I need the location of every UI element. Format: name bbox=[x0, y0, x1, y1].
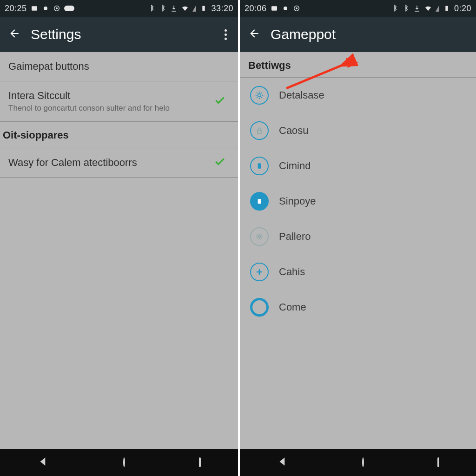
row-title: Wasy for Calem atectiboorrs bbox=[8, 157, 230, 169]
nav-bar bbox=[0, 449, 238, 476]
row-title: Gaimepat buttons bbox=[8, 60, 230, 73]
overflow-menu-icon[interactable] bbox=[222, 26, 230, 43]
download-icon bbox=[170, 5, 178, 12]
screenshot-left: 20:25 33:20 Settings Gai bbox=[0, 0, 238, 476]
lock-icon bbox=[250, 121, 269, 140]
settings-list: Gaimepat buttons Intera Sitccult Thenol … bbox=[0, 52, 238, 449]
status-clock-right: 0:20 bbox=[454, 4, 471, 13]
bluetooth-icon-2 bbox=[402, 5, 410, 12]
svg-rect-4 bbox=[203, 6, 205, 11]
page-title: Settings bbox=[31, 26, 81, 42]
item-label: Cahis bbox=[279, 266, 305, 278]
nav-home-icon[interactable] bbox=[123, 458, 125, 467]
list-item-pallero[interactable]: Pallero bbox=[240, 219, 476, 254]
svg-point-8 bbox=[296, 7, 298, 9]
settings-row-intera[interactable]: Intera Sitccult Thenol to goncartut cons… bbox=[0, 81, 238, 122]
row-title: Intera Sitccult bbox=[8, 90, 230, 102]
svg-point-17 bbox=[258, 236, 260, 237]
status-clock: 20:06 bbox=[245, 4, 267, 13]
nav-recents-icon[interactable] bbox=[199, 458, 201, 467]
status-clock-right: 33:20 bbox=[211, 4, 233, 13]
battery-icon bbox=[443, 5, 450, 12]
item-label: Caosu bbox=[279, 125, 309, 137]
settings-row-gamepad-buttons[interactable]: Gaimepat buttons bbox=[0, 52, 238, 81]
section-header-bettiwgs: Bettiwgs bbox=[240, 52, 476, 78]
bluetooth-icon-2 bbox=[159, 5, 166, 12]
nav-bar bbox=[240, 449, 476, 476]
status-bar: 20:06 0:20 bbox=[240, 0, 476, 17]
list-item-cahis[interactable]: Cahis bbox=[240, 254, 476, 290]
wifi-icon bbox=[181, 5, 189, 12]
row-subtitle: Thenol to goncartut conson sulter and fo… bbox=[8, 104, 230, 113]
section-label: Bettiwgs bbox=[248, 60, 291, 71]
target-icon bbox=[293, 5, 300, 12]
svg-rect-15 bbox=[258, 200, 259, 200]
svg-point-1 bbox=[44, 7, 47, 10]
status-bar: 20:25 33:20 bbox=[0, 0, 238, 17]
svg-point-11 bbox=[258, 94, 261, 97]
gamepot-list: Bettiwgs Detalsase Caosu Cimind bbox=[240, 52, 476, 449]
svg-rect-12 bbox=[258, 130, 261, 133]
tag-icon bbox=[250, 157, 269, 175]
camera-icon bbox=[42, 5, 49, 12]
page-title: Gameppot bbox=[271, 26, 336, 42]
back-icon[interactable] bbox=[8, 27, 20, 41]
svg-point-3 bbox=[56, 7, 58, 9]
svg-rect-5 bbox=[271, 6, 277, 10]
nav-home-icon[interactable] bbox=[362, 458, 364, 467]
building-icon bbox=[250, 192, 269, 211]
card-icon bbox=[271, 5, 278, 12]
svg-rect-13 bbox=[258, 163, 261, 169]
app-bar: Gameppot bbox=[240, 17, 476, 52]
camera-icon bbox=[282, 5, 289, 12]
signal-icon bbox=[436, 5, 439, 12]
list-item-come[interactable]: Come bbox=[240, 290, 476, 325]
svg-rect-16 bbox=[260, 200, 260, 200]
nav-back-icon[interactable] bbox=[37, 456, 49, 469]
svg-rect-14 bbox=[258, 199, 261, 204]
list-item-cimind[interactable]: Cimind bbox=[240, 148, 476, 184]
screenshot-right: 20:06 0:20 Gameppot Bettiwgs bbox=[238, 0, 476, 476]
list-item-sinpoye[interactable]: Sinpoye bbox=[240, 184, 476, 219]
wifi-icon bbox=[424, 5, 432, 12]
plus-icon bbox=[250, 263, 269, 281]
bluetooth-icon bbox=[148, 5, 155, 12]
battery-icon bbox=[200, 5, 207, 12]
section-header-oit: Oit-sioppares bbox=[0, 122, 238, 148]
item-label: Sinpoye bbox=[279, 195, 316, 207]
nav-back-icon[interactable] bbox=[277, 456, 289, 469]
status-clock: 20:25 bbox=[5, 4, 27, 13]
svg-rect-9 bbox=[445, 6, 448, 11]
item-label: Detalsase bbox=[279, 89, 324, 101]
nav-recents-icon[interactable] bbox=[437, 458, 439, 467]
check-icon bbox=[214, 156, 226, 170]
item-label: Cimind bbox=[279, 160, 311, 172]
target-icon bbox=[53, 5, 60, 12]
settings-row-wasy[interactable]: Wasy for Calem atectiboorrs bbox=[0, 148, 238, 178]
check-icon bbox=[214, 94, 226, 108]
pill-icon bbox=[64, 6, 74, 11]
card-icon bbox=[31, 5, 38, 12]
item-label: Pallero bbox=[279, 231, 311, 243]
atom-icon bbox=[250, 227, 269, 246]
item-label: Come bbox=[279, 301, 306, 313]
signal-icon bbox=[192, 5, 196, 12]
list-item-detalsase[interactable]: Detalsase bbox=[240, 78, 476, 113]
list-item-caosu[interactable]: Caosu bbox=[240, 113, 476, 148]
svg-rect-0 bbox=[32, 6, 37, 10]
svg-point-6 bbox=[284, 7, 287, 10]
app-bar: Settings bbox=[0, 17, 238, 52]
download-icon bbox=[413, 5, 421, 12]
refresh-icon bbox=[250, 298, 269, 317]
bluetooth-icon bbox=[391, 5, 398, 12]
back-icon[interactable] bbox=[248, 27, 260, 41]
gear-icon bbox=[250, 86, 269, 105]
